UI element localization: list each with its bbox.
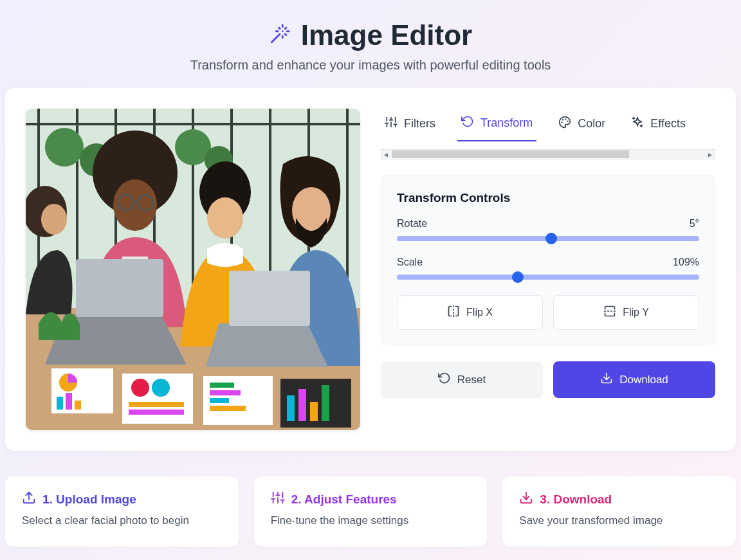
svg-rect-41: [210, 398, 229, 403]
scroll-track[interactable]: [392, 150, 704, 158]
step2-body: Fine-tune the image settings: [271, 514, 471, 527]
svg-rect-26: [76, 259, 163, 317]
download-button[interactable]: Download: [553, 361, 715, 398]
page-title-text: Image Editor: [301, 19, 473, 51]
svg-rect-44: [287, 395, 295, 421]
svg-point-59: [563, 120, 563, 120]
tab-filters[interactable]: Filters: [381, 109, 439, 141]
step1-title: 1. Upload Image: [42, 492, 136, 507]
svg-point-57: [565, 119, 566, 120]
flip-x-button[interactable]: Flip X: [397, 295, 543, 330]
tab-color[interactable]: Color: [554, 109, 609, 141]
svg-point-12: [45, 128, 84, 167]
tab-transform[interactable]: Transform: [457, 109, 536, 141]
svg-rect-46: [310, 402, 318, 421]
tab-color-label: Color: [578, 117, 605, 131]
svg-rect-37: [129, 410, 184, 415]
flip-y-button[interactable]: Flip Y: [553, 295, 699, 330]
tab-bar: Filters Transform Color Effects: [381, 109, 715, 145]
tab-effects[interactable]: Effects: [627, 109, 690, 141]
flip-y-label: Flip Y: [623, 307, 649, 318]
tab-filters-label: Filters: [404, 117, 435, 131]
upload-icon: [22, 491, 36, 508]
svg-rect-45: [298, 389, 306, 421]
svg-rect-39: [210, 383, 234, 388]
sliders-icon: [271, 491, 285, 508]
svg-rect-27: [229, 271, 310, 326]
svg-point-58: [568, 121, 569, 122]
svg-rect-31: [66, 393, 72, 410]
panel-title: Transform Controls: [397, 191, 699, 205]
svg-rect-36: [129, 402, 184, 407]
step-upload: 1. Upload Image Select a clear facial ph…: [5, 476, 239, 546]
step-download: 3. Download Save your transformed image: [502, 476, 736, 546]
reset-label: Reset: [457, 374, 486, 386]
page-title: Image Editor: [269, 19, 473, 51]
step3-title: 3. Download: [540, 492, 612, 507]
flip-x-label: Flip X: [466, 307, 493, 318]
svg-rect-32: [75, 401, 81, 410]
rotate-control: Rotate 5°: [397, 218, 699, 241]
rotate-ccw-icon: [461, 115, 474, 131]
svg-point-34: [131, 379, 149, 397]
download-label: Download: [619, 374, 668, 386]
svg-rect-30: [57, 397, 63, 410]
scale-slider[interactable]: [397, 275, 699, 280]
rotate-ccw-icon: [438, 372, 451, 388]
reset-button[interactable]: Reset: [381, 361, 543, 398]
tab-transform-label: Transform: [480, 116, 533, 130]
tab-effects-label: Effects: [650, 117, 686, 131]
steps-row: 1. Upload Image Select a clear facial ph…: [5, 476, 736, 546]
flip-vertical-icon: [603, 305, 616, 320]
download-icon: [600, 372, 613, 388]
editor-card: Filters Transform Color Effects: [5, 88, 736, 451]
svg-rect-47: [322, 385, 329, 421]
sliders-icon: [385, 116, 398, 132]
scale-control: Scale 109%: [397, 257, 699, 280]
step-adjust: 2. Adjust Features Fine-tune the image s…: [254, 476, 488, 546]
rotate-slider-knob[interactable]: [545, 233, 557, 244]
rotate-label: Rotate: [397, 218, 427, 230]
svg-point-60: [562, 122, 562, 123]
scale-slider-knob[interactable]: [512, 271, 524, 283]
svg-rect-40: [210, 390, 241, 395]
sparkles-icon: [631, 116, 644, 132]
svg-point-35: [152, 379, 170, 397]
svg-point-17: [41, 204, 67, 235]
scale-value: 109%: [673, 257, 699, 268]
scroll-right-arrow[interactable]: ►: [707, 151, 713, 158]
page-subtitle: Transform and enhance your images with p…: [0, 58, 741, 73]
tab-scrollbar[interactable]: ◄ ►: [381, 149, 715, 159]
step3-body: Save your transformed image: [519, 514, 719, 527]
wand-icon: [269, 19, 291, 51]
scale-label: Scale: [397, 257, 423, 268]
rotate-slider[interactable]: [397, 236, 699, 241]
transform-panel: Transform Controls Rotate 5° Scale 109%: [381, 175, 715, 346]
flip-horizontal-icon: [447, 305, 460, 320]
controls-column: Filters Transform Color Effects: [381, 109, 715, 430]
palette-icon: [558, 116, 571, 132]
svg-point-24: [207, 197, 243, 239]
image-preview: [26, 109, 360, 430]
step2-title: 2. Adjust Features: [291, 492, 397, 507]
download-icon: [519, 491, 533, 508]
scroll-left-arrow[interactable]: ◄: [383, 151, 389, 158]
step1-body: Select a clear facial photo to begin: [22, 514, 222, 527]
svg-rect-42: [210, 406, 246, 411]
rotate-value: 5°: [690, 218, 699, 230]
